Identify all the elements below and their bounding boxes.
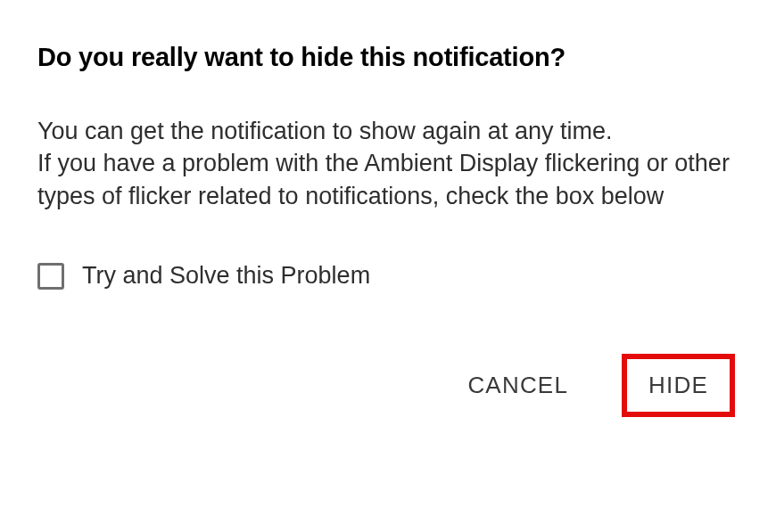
dialog-body: You can get the notification to show aga… xyxy=(37,115,739,212)
dialog-button-row: CANCEL HIDE xyxy=(37,354,739,417)
checkbox-icon[interactable] xyxy=(37,263,64,290)
cancel-button[interactable]: CANCEL xyxy=(450,359,586,412)
solve-problem-checkbox-row[interactable]: Try and Solve this Problem xyxy=(37,262,739,290)
dialog-title: Do you really want to hide this notifica… xyxy=(37,43,739,72)
hide-button-highlight: HIDE xyxy=(622,354,735,417)
checkbox-label: Try and Solve this Problem xyxy=(82,262,370,290)
hide-notification-dialog: Do you really want to hide this notifica… xyxy=(37,43,739,417)
hide-button[interactable]: HIDE xyxy=(627,359,730,412)
